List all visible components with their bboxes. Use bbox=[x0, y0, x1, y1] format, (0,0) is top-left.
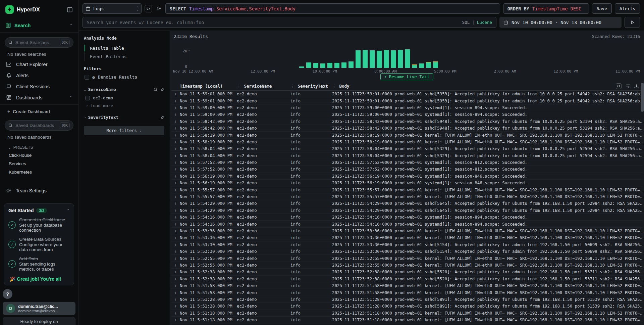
row-expand-chevron-icon[interactable]: ❯ bbox=[171, 106, 180, 109]
histogram-bar[interactable] bbox=[341, 62, 346, 68]
presets-toggle[interactable]: ⌄ PRESETS bbox=[0, 142, 78, 151]
filter-value-ec2-demo[interactable]: ec2-demo bbox=[84, 94, 164, 102]
lucene-toggle[interactable]: Lucene bbox=[477, 20, 492, 25]
table-row[interactable]: ❯Nov 11 5:55:57.000 PMec2-demoinfo2025-1… bbox=[171, 193, 643, 200]
table-row[interactable]: ❯Nov 11 5:54:16.000 PMec2-demoinfo2025-1… bbox=[171, 214, 643, 221]
mode-tab-results-table[interactable]: Results Table bbox=[85, 44, 164, 52]
column-resize-handle[interactable]: ⋮ bbox=[332, 84, 336, 89]
expand-columns-icon[interactable] bbox=[616, 83, 622, 89]
table-row[interactable]: ❯Nov 11 5:57:52.000 PMec2-demoinfo2025-1… bbox=[171, 159, 643, 166]
histogram-bar[interactable] bbox=[391, 50, 396, 68]
vertical-scrollbar[interactable] bbox=[641, 83, 644, 112]
histogram-bar[interactable] bbox=[405, 49, 410, 68]
collapse-sidebar-icon[interactable] bbox=[67, 7, 73, 13]
row-expand-chevron-icon[interactable]: ❯ bbox=[171, 112, 180, 116]
preset-item-clickhouse[interactable]: ClickHouse bbox=[0, 151, 78, 159]
row-expand-chevron-icon[interactable]: ❯ bbox=[171, 167, 180, 171]
histogram-bar[interactable] bbox=[398, 50, 403, 68]
row-expand-chevron-icon[interactable]: ❯ bbox=[171, 284, 180, 287]
source-settings-gear-icon[interactable] bbox=[155, 5, 162, 12]
alerts-button[interactable]: Alerts bbox=[615, 3, 640, 14]
user-menu[interactable]: D dominic.tran@clic... dominic.tran@clic… bbox=[3, 302, 75, 315]
hyperdx-logo[interactable]: HyperDX bbox=[5, 5, 40, 14]
histogram-bar[interactable] bbox=[377, 51, 382, 68]
download-icon[interactable] bbox=[634, 84, 639, 88]
order-by-input[interactable]: ORDER BY TimestampTime DESC bbox=[503, 3, 589, 14]
table-row[interactable]: ❯Nov 11 5:54:16.000 PMec2-demoinfo2025-1… bbox=[171, 221, 643, 227]
histogram-bar[interactable] bbox=[320, 63, 325, 68]
table-row[interactable]: ❯Nov 11 5:52:38.000 PMec2-demoinfo2025-1… bbox=[171, 276, 643, 282]
table-row[interactable]: ❯Nov 11 5:56:19.000 PMec2-demoinfo2025-1… bbox=[171, 180, 643, 186]
histogram-bar[interactable] bbox=[327, 63, 332, 68]
select-columns-input[interactable]: SELECT Timestamp,ServiceName,SeverityTex… bbox=[165, 3, 500, 14]
sidebar-item-dashboards[interactable]: Dashboards ⌃ bbox=[0, 92, 78, 103]
column-resize-handle[interactable]: ⋮ bbox=[290, 84, 295, 89]
histogram-bar[interactable] bbox=[356, 50, 361, 68]
get-started-item[interactable]: ✓Add DataStart sending logs, metrics, or… bbox=[8, 256, 70, 272]
chevron-up-icon[interactable]: ⌃ bbox=[67, 208, 70, 213]
table-row[interactable]: ❯Nov 11 5:51:18.000 PMec2-demoinfo2025-1… bbox=[171, 310, 643, 317]
event-search-input[interactable]: Search your events w/ Lucene ex. column:… bbox=[83, 17, 496, 28]
preset-item-services[interactable]: Services bbox=[0, 159, 78, 168]
row-expand-chevron-icon[interactable]: ❯ bbox=[171, 120, 180, 123]
row-expand-chevron-icon[interactable]: ❯ bbox=[171, 174, 180, 178]
row-expand-chevron-icon[interactable]: ❯ bbox=[171, 188, 180, 192]
table-row[interactable]: ❯Nov 11 5:54:29.000 PMec2-demoinfo2025-1… bbox=[171, 207, 643, 214]
row-expand-chevron-icon[interactable]: ❯ bbox=[171, 140, 180, 144]
row-expand-chevron-icon[interactable]: ❯ bbox=[171, 160, 180, 164]
row-expand-chevron-icon[interactable]: ❯ bbox=[171, 270, 180, 274]
histogram-bar[interactable] bbox=[363, 50, 368, 68]
sql-toggle[interactable]: SQL bbox=[462, 20, 470, 25]
source-select[interactable]: Logs ⌃⌃ bbox=[83, 3, 142, 14]
mode-tab-event-patterns[interactable]: Event Patterns bbox=[85, 52, 164, 61]
table-row[interactable]: ❯Nov 11 5:59:00.000 PMec2-demoinfo2025-1… bbox=[171, 111, 643, 118]
sidebar-item-team-settings[interactable]: Team Settings bbox=[0, 181, 78, 200]
table-row[interactable]: ❯Nov 11 5:58:19.000 PMec2-demoinfo2025-1… bbox=[171, 139, 643, 145]
load-more-button[interactable]: › Load more bbox=[84, 102, 164, 109]
table-row[interactable]: ❯Nov 11 5:53:30.000 PMec2-demoinfo2025-1… bbox=[171, 248, 643, 255]
row-expand-chevron-icon[interactable]: ❯ bbox=[171, 215, 180, 219]
more-filters-button[interactable]: More filters ⌄ bbox=[84, 126, 164, 135]
run-query-button[interactable] bbox=[625, 17, 640, 28]
row-expand-chevron-icon[interactable]: ❯ bbox=[171, 133, 180, 137]
create-dashboard-button[interactable]: + Create Dashboard bbox=[0, 105, 78, 115]
table-row[interactable]: ❯Nov 11 5:51:28.000 PMec2-demoinfo2025-1… bbox=[171, 296, 643, 303]
row-expand-chevron-icon[interactable]: ❯ bbox=[171, 243, 180, 246]
histogram-bar[interactable] bbox=[419, 63, 424, 68]
table-row[interactable]: ❯Nov 11 5:52:55.000 PMec2-demoinfo2025-1… bbox=[171, 262, 643, 269]
filter-group-severitytext[interactable]: › SeverityText bbox=[84, 113, 164, 122]
histogram-bar[interactable] bbox=[299, 66, 304, 68]
table-row[interactable]: ❯Nov 11 5:54:29.000 PMec2-demoinfo2025-1… bbox=[171, 200, 643, 207]
row-expand-chevron-icon[interactable]: ❯ bbox=[171, 208, 180, 212]
table-row[interactable]: ❯Nov 11 5:59:01.000 PMec2-demoinfo2025-1… bbox=[171, 91, 643, 97]
histogram-bar[interactable] bbox=[384, 50, 389, 68]
sidebar-item-client-sessions[interactable]: Client Sessions bbox=[0, 81, 78, 92]
table-row[interactable]: ❯Nov 11 5:58:04.000 PMec2-demoinfo2025-1… bbox=[171, 145, 643, 152]
table-row[interactable]: ❯Nov 11 5:58:04.000 PMec2-demoinfo2025-1… bbox=[171, 152, 643, 159]
row-expand-chevron-icon[interactable]: ❯ bbox=[171, 304, 180, 308]
row-expand-chevron-icon[interactable]: ❯ bbox=[171, 277, 180, 281]
column-resize-handle[interactable]: ⋮ bbox=[237, 84, 241, 89]
table-row[interactable]: ❯Nov 11 5:57:52.000 PMec2-demoinfo2025-1… bbox=[171, 166, 643, 173]
get-started-item[interactable]: ✓Create Data SourcesConfigure where your… bbox=[8, 237, 70, 252]
histogram-bar[interactable] bbox=[412, 64, 417, 68]
row-expand-chevron-icon[interactable]: ❯ bbox=[171, 222, 180, 226]
row-expand-chevron-icon[interactable]: ❯ bbox=[171, 147, 180, 150]
column-header-timestamp[interactable]: Timestamp (Local) bbox=[180, 84, 237, 89]
sidebar-item-chart-explorer[interactable]: Chart Explorer bbox=[0, 59, 78, 70]
edit-source-code-icon[interactable] bbox=[145, 5, 152, 12]
help-button[interactable]: ? bbox=[3, 289, 12, 299]
row-expand-chevron-icon[interactable]: ❯ bbox=[171, 257, 180, 260]
column-header-severitytext[interactable]: ⋮SeverityText bbox=[290, 84, 332, 89]
table-row[interactable]: ❯Nov 11 5:51:28.000 PMec2-demoinfo2025-1… bbox=[171, 303, 643, 310]
save-button[interactable]: Save bbox=[592, 3, 612, 14]
saved-dashboards-input[interactable]: Saved Dashboards ⌘K bbox=[5, 120, 73, 131]
pin-icon[interactable] bbox=[160, 88, 164, 92]
row-expand-chevron-icon[interactable]: ❯ bbox=[171, 181, 180, 185]
row-expand-chevron-icon[interactable]: ❯ bbox=[171, 291, 180, 294]
table-row[interactable]: ❯Nov 11 5:59:01.000 PMec2-demoinfo2025-1… bbox=[171, 97, 643, 104]
preset-item-kubernetes[interactable]: Kubernetes bbox=[0, 168, 78, 176]
row-expand-chevron-icon[interactable]: ❯ bbox=[171, 311, 180, 315]
row-expand-chevron-icon[interactable]: ❯ bbox=[171, 195, 180, 198]
search-icon[interactable] bbox=[154, 88, 158, 92]
